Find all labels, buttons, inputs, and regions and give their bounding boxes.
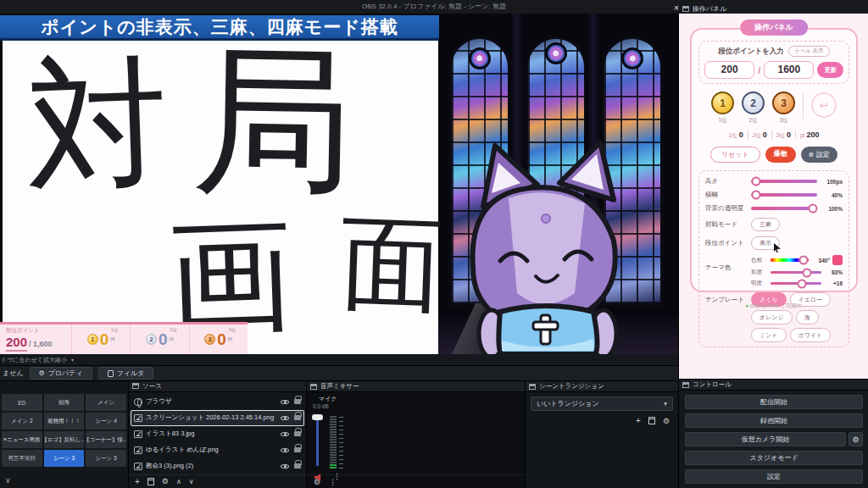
update-button[interactable]: 更新 bbox=[817, 62, 843, 78]
source-row[interactable]: ブラウザ bbox=[131, 394, 304, 410]
scene-button[interactable]: メイン 2 bbox=[2, 413, 42, 430]
points-value: 200 bbox=[6, 336, 27, 352]
scene-button[interactable]: 避難用！！！ bbox=[44, 413, 85, 430]
slider-knob[interactable] bbox=[803, 268, 812, 277]
rank-stats: 1位 0 2位 0 3位 0 pt 200 bbox=[698, 130, 849, 140]
scene-button[interactable]: シーン 3 bbox=[44, 450, 85, 467]
scene-button[interactable]: ≡ニュース画面 bbox=[2, 431, 42, 448]
visibility-eye-icon[interactable] bbox=[281, 430, 289, 438]
visibility-eye-icon[interactable] bbox=[281, 446, 289, 454]
visibility-eye-icon[interactable] bbox=[281, 397, 289, 406]
lock-icon[interactable] bbox=[294, 399, 301, 404]
visibility-eye-icon[interactable] bbox=[281, 462, 289, 470]
points-summary: 段位ポイント 200 / 1,600 bbox=[0, 324, 71, 354]
volume-fader-handle[interactable] bbox=[312, 414, 323, 420]
transition-select[interactable]: いいトランジション ▾ bbox=[531, 396, 673, 411]
scene-button[interactable]: 樹海 bbox=[44, 394, 85, 411]
medal-button[interactable]: 3 3位 bbox=[772, 92, 795, 125]
sync-green-dot: ● bbox=[745, 303, 748, 308]
rank-points-value-button[interactable]: 表示 bbox=[751, 236, 780, 250]
mixer-header: 音声ミキサー bbox=[307, 381, 525, 392]
control-button[interactable]: 録画開始 bbox=[685, 413, 863, 428]
source-type-icon bbox=[134, 446, 142, 454]
volume-fader-track[interactable] bbox=[316, 419, 319, 466]
move-up-icon[interactable]: ∧ bbox=[176, 478, 181, 485]
lock-icon[interactable] bbox=[294, 415, 301, 420]
lock-icon[interactable] bbox=[294, 447, 301, 452]
explode-button[interactable]: 爆散 bbox=[765, 147, 796, 163]
medal-button[interactable]: 2 2位 bbox=[742, 92, 765, 125]
slider-track[interactable] bbox=[751, 180, 817, 183]
panel-icon bbox=[529, 384, 536, 390]
sources-toolbar: + ⚙ ∧ ∨ bbox=[129, 474, 306, 488]
template-pill[interactable]: ホワイト bbox=[790, 328, 832, 342]
template-pill[interactable]: 海 bbox=[796, 310, 819, 324]
remove-source-icon[interactable] bbox=[147, 478, 154, 485]
filters-button[interactable]: フィルタ bbox=[98, 367, 154, 380]
medal-button[interactable]: 1 1位 bbox=[711, 92, 734, 125]
preview-canvas[interactable]: 対局画面 ポイントの非表示、三麻、四麻モード搭載 段位ポイント bbox=[0, 14, 678, 354]
rank-stat: 2位 0 bbox=[748, 130, 771, 140]
slider-knob[interactable] bbox=[808, 204, 817, 214]
remove-transition-icon[interactable] bbox=[648, 417, 655, 424]
lock-icon[interactable] bbox=[294, 463, 301, 469]
transition-gear-icon[interactable]: ⚙ bbox=[663, 417, 670, 425]
handwritten-character: 面 bbox=[338, 212, 445, 319]
virtual-camera-gear-icon[interactable]: ⚙ bbox=[849, 432, 863, 446]
scene-button[interactable]: シーン 4 bbox=[86, 413, 126, 430]
visibility-eye-icon[interactable] bbox=[281, 413, 289, 422]
slider-track[interactable] bbox=[751, 207, 817, 210]
slider-knob[interactable] bbox=[799, 256, 809, 265]
source-row[interactable]: イラスト83 3.jpg bbox=[131, 426, 304, 442]
slider-track[interactable] bbox=[771, 271, 821, 274]
slider-track[interactable] bbox=[771, 282, 821, 286]
slider-track[interactable] bbox=[771, 258, 809, 262]
max-points-input[interactable]: 1600 bbox=[764, 61, 814, 79]
rose-window bbox=[469, 47, 491, 69]
template-pill[interactable]: オレンジ bbox=[751, 310, 793, 324]
control-button[interactable]: 仮想カメラ開始 bbox=[685, 432, 846, 446]
slider-knob[interactable] bbox=[752, 177, 761, 186]
scale-text[interactable]: ドウに合わせて拡大縮小 bbox=[1, 356, 67, 364]
reset-button[interactable]: リセット bbox=[710, 147, 760, 163]
panel-card: 段位ポイントを入力 ラベル 表示 200 / 1600 更新 1 bbox=[690, 28, 858, 292]
chevron-down-icon[interactable]: ▾ bbox=[71, 357, 74, 363]
control-buttons: 配信開始 ⚙ 録画開始 ⚙ 仮想カメラ開始 ⚙ スタジオモード ⚙ 設定 ⚙ bbox=[679, 391, 868, 488]
lock-icon[interactable] bbox=[294, 431, 301, 436]
source-row[interactable]: 教会3 (3).png (2) bbox=[131, 458, 304, 474]
source-properties-icon[interactable]: ⚙ bbox=[162, 477, 169, 485]
control-button[interactable]: スタジオモード bbox=[685, 451, 863, 465]
scene-button[interactable]: シーン 5 bbox=[86, 450, 126, 467]
add-source-icon[interactable]: + bbox=[135, 477, 140, 486]
mixer-kebab-icon[interactable]: ⋮ bbox=[333, 472, 341, 480]
label-toggle-button[interactable]: ラベル 表示 bbox=[788, 46, 830, 57]
rank-counter: 3位 3 0 回 bbox=[189, 324, 248, 354]
properties-button[interactable]: ⚙ プロパティ bbox=[30, 367, 92, 380]
slider-track[interactable] bbox=[751, 193, 817, 197]
collapse-icon[interactable]: ∨ bbox=[5, 476, 11, 485]
medal-icon: 2 bbox=[146, 334, 157, 345]
add-transition-icon[interactable]: + bbox=[636, 416, 641, 425]
scene-button[interactable]: メイン bbox=[86, 394, 126, 411]
db-value: 0.0 dB bbox=[313, 403, 329, 409]
scene-button[interactable]: 【ロゴ】反転し… bbox=[44, 431, 85, 448]
control-button[interactable]: 設定 bbox=[685, 469, 863, 484]
mode-value-button[interactable]: 三麻 bbox=[751, 218, 780, 231]
source-row[interactable]: スクリーンショット 2026-02-13 2.45.14.png bbox=[131, 410, 304, 426]
template-pill[interactable]: ミント bbox=[751, 328, 787, 342]
scene-button[interactable]: 【コーナー】憧… bbox=[86, 431, 126, 448]
scene-button[interactable]: 有言不実行 bbox=[2, 450, 42, 467]
slider-knob[interactable] bbox=[798, 279, 807, 288]
undo-button[interactable]: ↩ bbox=[811, 92, 837, 118]
move-down-icon[interactable]: ∨ bbox=[189, 478, 194, 485]
transitions-header: シーントランジション bbox=[526, 381, 678, 392]
control-button[interactable]: 配信開始 bbox=[685, 395, 863, 409]
close-icon[interactable]: × bbox=[674, 4, 679, 13]
template-options: さくらイエローオレンジ海ミントホワイト bbox=[751, 292, 843, 342]
scene-button[interactable]: ED bbox=[2, 394, 42, 411]
slider-knob[interactable] bbox=[752, 191, 761, 200]
slider-row: 高さ 100px bbox=[705, 177, 843, 186]
settings-button[interactable]: ⚙ 設定 bbox=[801, 147, 837, 163]
current-points-input[interactable]: 200 bbox=[704, 61, 754, 79]
source-row[interactable]: ゆるイラスト めんぼ.png bbox=[131, 442, 304, 458]
